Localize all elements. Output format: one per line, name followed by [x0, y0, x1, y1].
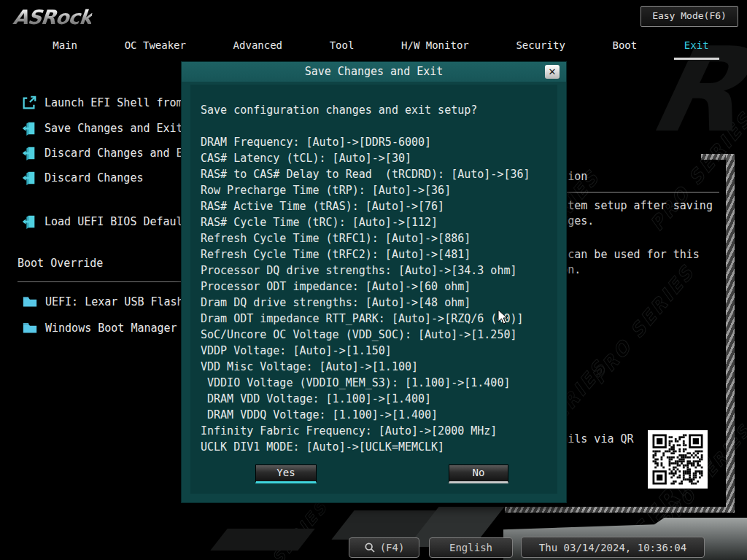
change-line: RAS# Cycle Time (tRC): [Auto]->[112]	[201, 214, 557, 230]
sidebar-item[interactable]: Load UEFI BIOS Defaults	[18, 212, 195, 231]
change-line: VDDP Voltage: [Auto]->[1.150]	[201, 343, 557, 359]
change-line: Dram ODT impedance RTT_PARK: [Auto]->[RZ…	[201, 311, 557, 327]
sidebar-item-label: Discard Changes	[44, 171, 143, 184]
dialog-buttons: Yes No	[190, 464, 557, 485]
no-button[interactable]: No	[449, 464, 508, 483]
change-list: Save configuration changes and exit setu…	[190, 85, 557, 455]
change-line: Dram DQ drive strengths: [Auto]->[48 ohm…	[201, 295, 557, 311]
change-line: Save configuration changes and exit setu…	[201, 102, 557, 118]
boot-override-title: Boot Override	[18, 257, 103, 270]
change-line: DRAM VDD Voltage: [1.100]->[1.400]	[201, 391, 557, 407]
sidebar-item[interactable]: Discard Changes and Exit	[18, 144, 195, 163]
exit-door-icon	[21, 214, 37, 230]
close-icon[interactable]: ✕	[545, 65, 560, 79]
change-line: UCLK DIV1 MODE: [Auto]->[UCLK=MEMCLK]	[201, 439, 557, 455]
change-line: CAS# Latency (tCL): [Auto]->[30]	[201, 150, 557, 166]
search-button[interactable]: (F4)	[349, 537, 419, 558]
change-line: DRAM VDDQ Voltage: [1.100]->[1.400]	[201, 407, 557, 423]
change-line: Processor ODT impedance: [Auto]->[60 ohm…	[201, 279, 557, 295]
dialog-title: Save Changes and Exit	[182, 62, 566, 82]
menu-tab[interactable]: Exit	[684, 35, 709, 60]
qr-code	[648, 430, 708, 489]
change-line: Row Precharge Time (tRP): [Auto]->[36]	[201, 182, 557, 198]
save-changes-dialog: Save Changes and Exit ✕ Save configurati…	[181, 61, 567, 503]
sidebar-item[interactable]: Save Changes and Exit	[18, 119, 195, 138]
datetime-display[interactable]: Thu 03/14/2024, 10:36:04	[521, 537, 705, 558]
change-line: Refresh Cycle Time (tRFC2): [Auto]->[481…	[201, 246, 557, 262]
sidebar-item[interactable]: Discard Changes	[18, 168, 195, 187]
menu-tab[interactable]: Main	[53, 35, 77, 51]
sidebar-item-label: Load UEFI BIOS Defaults	[44, 215, 196, 228]
sidebar-item-label: Discard Changes and Exit	[44, 147, 203, 160]
hazard-stripe-right	[726, 154, 735, 513]
main-menu: Main OC Tweaker Advanced Tool H/W Monito…	[29, 35, 732, 60]
boot-override-item[interactable]: Windows Boot Manager (SATA)	[22, 319, 197, 337]
search-icon	[364, 542, 376, 553]
change-line: SoC/Uncore OC Voltage (VDD_SOC): [Auto]-…	[201, 327, 557, 343]
folder-icon	[22, 294, 38, 310]
menu-tab[interactable]: Boot	[612, 35, 637, 51]
exit-door-icon	[21, 120, 37, 136]
divider	[18, 281, 194, 282]
folder-icon	[22, 320, 38, 336]
change-line: VDD Misc Voltage: [Auto]->[1.100]	[201, 359, 557, 375]
boot-override-item[interactable]: UEFI: Lexar USB Flash Drive	[22, 293, 197, 311]
easy-mode-button[interactable]: Easy Mode(F6)	[640, 6, 738, 27]
yes-button[interactable]: Yes	[255, 464, 317, 483]
hazard-stripe-bottom	[505, 507, 735, 513]
menu-tab[interactable]: Tool	[330, 35, 355, 51]
change-line: DRAM Frequency: [Auto]->[DDR5-6000]	[201, 134, 557, 150]
language-button[interactable]: English	[429, 537, 513, 558]
change-line: RAS# Active Time (tRAS): [Auto]->[76]	[201, 198, 557, 214]
change-line: RAS# to CAS# Delay to Read (tRCDRD): [Au…	[201, 166, 557, 182]
sidebar-item[interactable]: Launch EFI Shell from filesystem device	[18, 93, 195, 112]
dialog-content: Save configuration changes and exit setu…	[190, 85, 557, 494]
menu-tab[interactable]: Advanced	[233, 35, 282, 51]
exit-door-icon	[21, 170, 37, 186]
menu-tab[interactable]: OC Tweaker	[125, 35, 186, 51]
change-line: Refresh Cycle Time (tRFC1): [Auto]->[886…	[201, 230, 557, 246]
menu-tab[interactable]: Security	[516, 35, 565, 51]
launch-shell-icon	[21, 95, 37, 111]
asrock-logo: ASRock	[12, 6, 93, 28]
background-chevron	[210, 529, 314, 551]
sidebar-item-label: Save Changes and Exit	[44, 122, 183, 135]
search-hotkey-label: (F4)	[380, 542, 405, 553]
change-line: Infinity Fabric Frequency: [Auto]->[2000…	[201, 423, 557, 439]
change-line: VDDIO Voltage (VDDIO_MEM_S3): [1.100]->[…	[201, 375, 557, 391]
change-line: Processor DQ drive strengths: [Auto]->[3…	[201, 262, 557, 279]
exit-door-icon	[21, 145, 37, 161]
menu-tab[interactable]: H/W Monitor	[401, 35, 469, 51]
change-line	[201, 118, 557, 134]
